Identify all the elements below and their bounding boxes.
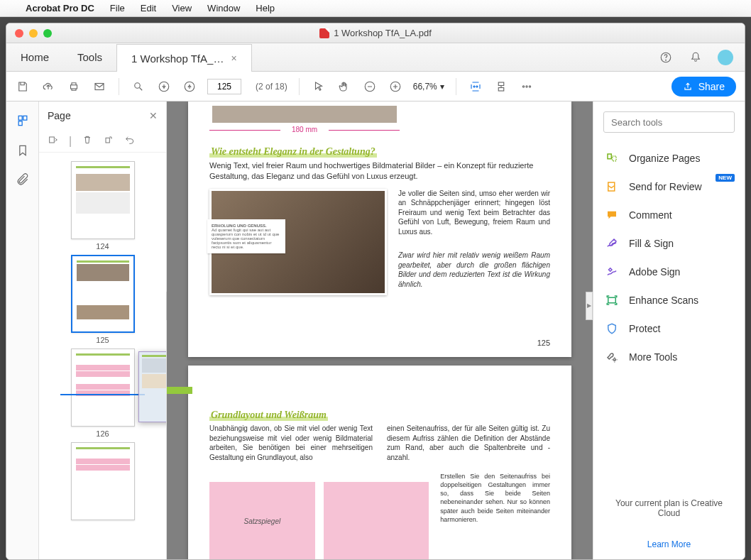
menu-edit[interactable]: Edit xyxy=(141,3,156,13)
share-button[interactable]: Share xyxy=(671,77,736,97)
tool-comment[interactable]: Comment xyxy=(603,201,735,229)
tool-icon xyxy=(605,350,619,364)
tool-send-for-review[interactable]: Send for ReviewNEW xyxy=(603,172,735,201)
bookmark-icon[interactable] xyxy=(15,143,31,158)
pink-box-2 xyxy=(324,482,429,559)
find-icon[interactable] xyxy=(131,79,146,94)
thumbnails-icon[interactable] xyxy=(15,113,31,128)
hand-tool-icon[interactable] xyxy=(336,79,352,94)
next-page-icon[interactable] xyxy=(182,79,197,94)
thumb-126[interactable]: 126 xyxy=(71,348,135,438)
svg-rect-9 xyxy=(498,82,504,86)
heading-1: Wie entsteht Eleganz in der Gestaltung? xyxy=(209,146,377,158)
drag-ghost-page xyxy=(138,351,166,422)
sample-box xyxy=(212,106,397,123)
tool-label: Organize Pages xyxy=(629,153,700,164)
save-icon[interactable] xyxy=(15,79,31,94)
bell-icon[interactable] xyxy=(688,50,703,65)
divider: | xyxy=(69,135,72,148)
app-name[interactable]: Acrobat Pro DC xyxy=(26,3,94,13)
body-col-side: Erstellen Sie den Seitenaufriss bei dopp… xyxy=(440,472,550,559)
os-menubar: Acrobat Pro DC File Edit View Window Hel… xyxy=(0,0,751,17)
prev-page-icon[interactable] xyxy=(156,79,172,94)
scroll-mode-icon[interactable] xyxy=(493,79,509,94)
svg-rect-18 xyxy=(106,138,109,143)
trash-icon[interactable] xyxy=(82,134,93,148)
page-number: 125 xyxy=(537,339,550,347)
more-icon[interactable] xyxy=(519,79,535,94)
menu-help[interactable]: Help xyxy=(256,3,275,13)
thumb-127[interactable] xyxy=(71,442,135,520)
tool-organize-pages[interactable]: Organize Pages xyxy=(603,144,735,172)
thumbnails-list[interactable]: 124 125 126 xyxy=(39,153,166,559)
tool-label: More Tools xyxy=(629,351,677,363)
pdf-file-icon xyxy=(319,28,329,38)
body-col-left: Unabhängig davon, ob Sie mit viel oder w… xyxy=(209,424,373,462)
thumb-label: 125 xyxy=(71,336,135,344)
cloud-upload-icon[interactable] xyxy=(40,79,56,94)
zoom-in-icon[interactable] xyxy=(388,79,403,94)
svg-point-13 xyxy=(529,85,530,87)
tool-label: Send for Review xyxy=(629,181,702,192)
zoom-select[interactable]: 66,7%▾ xyxy=(413,82,444,92)
svg-rect-17 xyxy=(50,137,55,143)
svg-rect-20 xyxy=(613,156,616,161)
zoom-value: 66,7% xyxy=(413,82,437,92)
print-icon[interactable] xyxy=(66,79,82,94)
nav-rail xyxy=(6,101,39,559)
tab-document[interactable]: 1 Workshop TfA_… × xyxy=(116,44,252,72)
mail-icon[interactable] xyxy=(92,79,107,94)
tool-icon xyxy=(605,293,619,307)
tab-tools[interactable]: Tools xyxy=(63,43,116,71)
tool-icon xyxy=(605,208,619,222)
titlebar: 1 Workshop TfA_LA.pdf xyxy=(6,23,745,43)
tools-panel: Organize PagesSend for ReviewNEWCommentF… xyxy=(593,101,745,559)
menu-file[interactable]: File xyxy=(110,3,125,13)
side-text-1: Je voller die Seiten sind, umso eher wer… xyxy=(398,190,550,236)
tool-protect[interactable]: Protect xyxy=(603,314,735,343)
document-view[interactable]: 180 mm Wie entsteht Eleganz in der Gesta… xyxy=(167,101,593,559)
menu-view[interactable]: View xyxy=(172,3,192,13)
close-tab-icon[interactable]: × xyxy=(231,53,236,64)
collapse-right-panel[interactable]: ▶ xyxy=(586,292,593,320)
body-col-right: einen Seitenaufriss, der für alle Seiten… xyxy=(387,424,550,462)
pink-box-1: Satzspiegel xyxy=(209,482,315,559)
page-number-input[interactable] xyxy=(207,79,241,94)
search-tools-input[interactable] xyxy=(603,111,735,133)
attachment-icon[interactable] xyxy=(15,172,31,188)
svg-rect-15 xyxy=(18,121,22,126)
close-panel-icon[interactable]: ✕ xyxy=(149,110,158,121)
chevron-down-icon: ▾ xyxy=(440,82,444,92)
tool-label: Protect xyxy=(629,323,660,334)
tool-more-tools[interactable]: More Tools xyxy=(603,343,735,371)
fit-width-icon[interactable] xyxy=(468,79,483,94)
pdf-page-125: 180 mm Wie entsteht Eleganz in der Gesta… xyxy=(188,101,571,357)
selection-tool-icon[interactable] xyxy=(311,79,327,94)
rotate-icon[interactable] xyxy=(103,134,114,148)
thumb-125[interactable]: 125 xyxy=(71,255,135,344)
thumbnails-panel: Page ✕ | 124 125 xyxy=(39,101,167,559)
menu-window[interactable]: Window xyxy=(207,3,240,13)
user-avatar[interactable] xyxy=(718,50,733,65)
tool-fill-sign[interactable]: Fill & Sign xyxy=(603,229,735,258)
svg-point-4 xyxy=(135,82,141,88)
plan-text: Your current plan is Creative Cloud xyxy=(603,498,735,518)
thumb-label: 124 xyxy=(71,242,135,251)
tool-adobe-sign[interactable]: Adobe Sign xyxy=(603,258,735,286)
svg-point-23 xyxy=(613,358,615,361)
tool-enhance-scans[interactable]: Enhance Scans xyxy=(603,286,735,314)
page-count-label: (2 of 18) xyxy=(256,82,287,92)
tab-home[interactable]: Home xyxy=(6,43,63,71)
svg-point-11 xyxy=(522,85,524,87)
thumb-options-icon[interactable] xyxy=(48,134,59,148)
image-caption-box: ERHOLUNG UND GENUSS. Ad quamet fugit qui… xyxy=(207,219,285,253)
help-icon[interactable] xyxy=(658,50,674,65)
undo-icon[interactable] xyxy=(124,134,136,148)
zoom-out-icon[interactable] xyxy=(362,79,378,94)
window-title-text: 1 Workshop TfA_LA.pdf xyxy=(334,28,432,38)
learn-more-link[interactable]: Learn More xyxy=(603,539,735,549)
share-label: Share xyxy=(698,81,725,92)
tool-icon xyxy=(605,236,619,251)
thumb-124[interactable]: 124 xyxy=(71,161,135,251)
tool-label: Adobe Sign xyxy=(629,266,680,278)
